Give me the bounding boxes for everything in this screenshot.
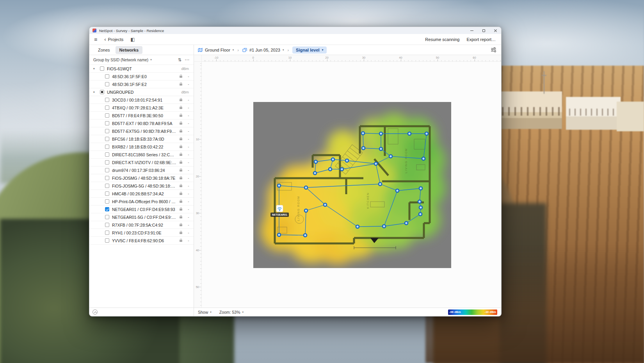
network-checkbox[interactable] (105, 238, 109, 243)
network-row[interactable]: 48:5D:36:1F:5F:E2- (89, 80, 194, 88)
minimize-button[interactable] (466, 27, 478, 34)
survey-point[interactable] (340, 168, 343, 171)
back-to-projects-button[interactable]: ‹ Projects (104, 36, 123, 42)
map-canvas[interactable]: LIVING ROOMKITCHENLIVING ROOM NETGEAR01 (202, 62, 501, 308)
survey-point[interactable] (382, 225, 386, 228)
collapse-panel-icon[interactable] (93, 309, 98, 315)
network-row[interactable]: 3OCD3 / 00:18:01:F2:54:91- (89, 96, 194, 104)
survey-point[interactable] (361, 132, 365, 135)
network-checkbox[interactable] (105, 145, 109, 149)
survey-point[interactable] (418, 200, 421, 203)
export-report-button[interactable]: Export report… (466, 37, 496, 42)
more-options-icon[interactable]: ⋯ (185, 57, 190, 63)
survey-point[interactable] (405, 222, 408, 225)
network-checkbox[interactable] (105, 74, 109, 79)
survey-point[interactable] (313, 172, 317, 175)
network-checkbox[interactable] (105, 231, 109, 235)
floorplan-image[interactable]: LIVING ROOMKITCHENLIVING ROOM NETGEAR01 (253, 102, 451, 268)
window-titlebar[interactable]: NetSpot - Survey - Sample - Residence (89, 27, 501, 34)
tab-zones[interactable]: Zones (94, 46, 114, 54)
sidebar-toggle-icon[interactable]: ◧ (130, 37, 135, 42)
show-dropdown[interactable]: Show ▾ (198, 310, 212, 315)
survey-point[interactable] (356, 225, 359, 228)
network-row[interactable]: DIRECT-KT-VIZIOTV / 02:6B:9E:1E:3…- (89, 159, 194, 166)
network-row[interactable]: BD5T7 / F8:E4:FB:3E:90:50- (89, 112, 194, 120)
group-expander-icon[interactable]: ▾ (93, 67, 97, 70)
survey-point[interactable] (422, 157, 425, 160)
survey-point[interactable] (278, 233, 281, 236)
network-checkbox[interactable] (105, 137, 109, 141)
network-row[interactable]: BFCS6 / 18:1B:EB:33:7A:0D- (89, 135, 194, 143)
survey-point[interactable] (408, 132, 411, 135)
menu-icon[interactable]: ≡ (94, 37, 97, 42)
floor-selector[interactable]: Ground Floor ▾ (198, 48, 234, 52)
group-checkbox[interactable] (100, 90, 104, 94)
network-checkbox[interactable] (105, 215, 109, 219)
survey-point[interactable] (419, 213, 422, 216)
survey-point[interactable] (396, 189, 399, 192)
survey-point[interactable] (304, 209, 308, 212)
network-row[interactable]: BD5T7-EXT5G / 90:8D:78:A8:F9:5C- (89, 127, 194, 135)
survey-point[interactable] (278, 184, 281, 187)
network-row[interactable]: NETGEAR01 / C0:FF:D4:E9:58:93- (89, 206, 194, 213)
network-checkbox[interactable] (105, 129, 109, 133)
network-checkbox[interactable] (105, 82, 109, 86)
network-row[interactable]: BD5T7-EXT / 90:8D:78:A8:F9:5A- (89, 120, 194, 127)
network-checkbox[interactable] (105, 160, 109, 165)
network-group-row[interactable]: ▾FiOS-61WQTdBm (89, 65, 194, 73)
network-row[interactable]: DIRECT-81C1860 Series / 32:CD:A7…- (89, 151, 194, 159)
survey-point[interactable] (304, 186, 308, 189)
network-checkbox[interactable] (105, 184, 109, 188)
network-row[interactable]: 48:5D:36:1F:5F:E0- (89, 73, 194, 80)
network-checkbox[interactable] (105, 106, 109, 110)
network-group-row[interactable]: ▾UNGROUPEDdBm (89, 88, 194, 96)
network-row[interactable]: RYH1 / 00:23:CD:F3:91:0E- (89, 229, 194, 237)
group-expander-icon[interactable]: ▾ (93, 91, 97, 94)
network-checkbox[interactable] (105, 152, 109, 157)
survey-point[interactable] (329, 168, 332, 171)
network-row[interactable]: 4TBXQ / 00:7F:28:E1:A2:3E- (89, 104, 194, 112)
visualization-selector[interactable]: Signal level ▾ (292, 46, 327, 54)
network-row[interactable]: drum974 / 00:17:3F:03:86:24- (89, 166, 194, 174)
survey-point[interactable] (304, 234, 307, 237)
network-row[interactable]: BXRB2 / 18:1B:EB:03:42:22- (89, 143, 194, 151)
tab-networks[interactable]: Networks (116, 46, 143, 54)
survey-point[interactable] (389, 155, 392, 158)
survey-point[interactable] (345, 159, 349, 162)
survey-point[interactable] (374, 162, 377, 165)
network-checkbox[interactable] (105, 207, 109, 211)
snapshot-selector[interactable]: #1 Jun 05, 2023 ▾ (242, 48, 284, 52)
resume-scanning-button[interactable]: Resume scanning (425, 37, 459, 42)
survey-point[interactable] (425, 132, 428, 135)
survey-point[interactable] (379, 132, 382, 135)
survey-point[interactable] (314, 160, 317, 163)
survey-point[interactable] (419, 206, 422, 209)
network-checkbox[interactable] (105, 191, 109, 196)
network-checkbox[interactable] (105, 199, 109, 204)
survey-point[interactable] (362, 147, 365, 150)
survey-point[interactable] (419, 187, 422, 190)
survey-point[interactable] (379, 147, 382, 150)
network-checkbox[interactable] (105, 168, 109, 172)
visualization-settings-icon[interactable] (491, 47, 496, 52)
group-by-dropdown[interactable]: Group by SSID (Network name) ▾ (93, 58, 175, 62)
network-checkbox[interactable] (105, 176, 109, 180)
network-row[interactable]: FiOS-JOSMG-5G / 48:5D:36:18:8A:…- (89, 182, 194, 190)
network-row[interactable]: HMC4B / 00:26:B8:57:34:A2- (89, 190, 194, 198)
network-row[interactable]: R7XFB / 00:7F:28:5A:C4:92- (89, 221, 194, 229)
maximize-button[interactable] (478, 27, 489, 34)
network-checkbox[interactable] (105, 113, 109, 118)
network-row[interactable]: YVV5C / F8:E4:FB:62:90:D6- (89, 237, 194, 245)
survey-point[interactable] (324, 203, 327, 206)
survey-point[interactable] (331, 158, 334, 161)
network-checkbox[interactable] (105, 223, 109, 227)
zoom-dropdown[interactable]: Zoom: 53% ▾ (219, 310, 244, 315)
network-row[interactable]: NETGEAR01-5G / C0:FF:D4:E9:58:94- (89, 213, 194, 221)
network-row[interactable]: HP-Print-0A-Officejet Pro 8600 / 0…- (89, 198, 194, 206)
network-checkbox[interactable] (105, 121, 109, 125)
network-row[interactable]: FiOS-JOSMG / 48:5D:36:18:8A:7E- (89, 174, 194, 182)
survey-point[interactable] (379, 182, 382, 186)
network-checkbox[interactable] (105, 98, 109, 102)
group-checkbox[interactable] (100, 66, 104, 71)
close-button[interactable] (489, 27, 501, 34)
